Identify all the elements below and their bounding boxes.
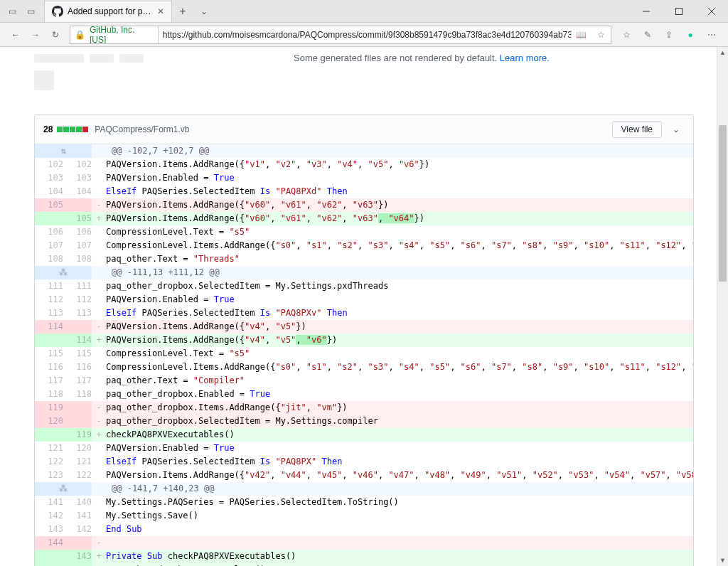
diff-line-add: 114+ PAQVersion.Items.AddRange({"v4", "v…: [35, 333, 693, 347]
expand-icon[interactable]: ⇅: [35, 144, 92, 158]
tab-overflow-icon[interactable]: ⌄: [193, 6, 215, 16]
diff-file: 28 PAQCompress/Form1.vb View file ⌄ ⇅ @@…: [34, 114, 694, 566]
tab-strip: ▭ ▭ Added support for paq8 ✕ + ⌄: [0, 1, 215, 22]
diff-line: 116116 CompressionLevel.Items.AddRange({…: [35, 361, 693, 374]
browser-titlebar: ▭ ▭ Added support for paq8 ✕ + ⌄: [0, 0, 728, 23]
hunk-header: ⁂ @@ -141,7 +140,23 @@: [35, 482, 693, 496]
diffstat-icon: [57, 127, 89, 132]
favorite-star-icon[interactable]: ☆: [591, 30, 611, 40]
change-count: 28: [43, 124, 53, 134]
hunk-header: ⁂ @@ -111,13 +111,12 @@: [35, 266, 693, 279]
file-options-icon[interactable]: ⌄: [668, 124, 685, 134]
window-maximize-button[interactable]: [663, 0, 695, 23]
diff-line-del: 105- PAQVersion.Items.AddRange({"v60", "…: [35, 198, 693, 212]
diff-line: 123122 PAQVersion.Items.AddRange({"v42",…: [35, 469, 693, 482]
lock-icon: 🔒: [70, 30, 90, 40]
diff-line-add: 105+ PAQVersion.Items.AddRange({"v60", "…: [35, 212, 693, 225]
hunk-header: ⇅ @@ -102,7 +102,7 @@: [35, 144, 693, 158]
learn-more-link[interactable]: Learn more.: [500, 53, 550, 63]
diff-line-add: 144+ paq_other_dropbox.Items.Clear(): [35, 563, 693, 566]
more-icon[interactable]: ⋯: [701, 25, 722, 45]
diff-line: 107107 CompressionLevel.Items.AddRange({…: [35, 239, 693, 252]
diff-line: 108108 paq_other.Text = "Threads": [35, 252, 693, 266]
diff-line-del: 144-: [35, 536, 693, 550]
window-minimize-button[interactable]: [630, 0, 663, 23]
diff-line: 112112 PAQVersion.Enabled = True: [35, 293, 693, 306]
diff-line: 121120 PAQVersion.Enabled = True: [35, 442, 693, 455]
scroll-down-arrow-icon[interactable]: ▼: [717, 555, 728, 566]
diff-line: 104104 ElseIf PAQSeries.SelectedItem Is …: [35, 185, 693, 198]
diff-line: 118118 paq_other_dropbox.Enabled = True: [35, 388, 693, 401]
notes-icon[interactable]: ✎: [637, 25, 658, 45]
diff-line-del: 114- PAQVersion.Items.AddRange({"v4", "v…: [35, 320, 693, 333]
diff-line: 141140 My.Settings.PAQSeries = PAQSeries…: [35, 496, 693, 509]
diff-table: ⇅ @@ -102,7 +102,7 @@ 102102 PAQVersion.…: [35, 144, 693, 566]
avatar-skeleton: [34, 70, 54, 90]
diff-line: 142141 My.Settings.Save(): [35, 509, 693, 523]
diff-line-add: 143+ Private Sub checkPAQ8PXVExecutables…: [35, 550, 693, 563]
file-header: 28 PAQCompress/Form1.vb View file ⌄: [35, 115, 693, 144]
file-path[interactable]: PAQCompress/Form1.vb: [95, 124, 189, 134]
expand-icon[interactable]: ⁂: [35, 266, 92, 279]
diff-line: 111111 paq_other_dropbox.SelectedItem = …: [35, 279, 693, 293]
notice-row: Some generated files are not rendered by…: [34, 47, 694, 68]
window-close-button[interactable]: [695, 0, 728, 23]
window-controls: [630, 0, 728, 23]
diff-line: 113113 ElseIf PAQSeries.SelectedItem Is …: [35, 306, 693, 320]
expand-icon[interactable]: ⁂: [35, 482, 92, 496]
diff-line: 115115 CompressionLevel.Text = "s5": [35, 347, 693, 361]
github-favicon-icon: [52, 6, 63, 17]
diff-line: 102102 PAQVersion.Items.AddRange({"v1", …: [35, 158, 693, 171]
tab-group-icon-2[interactable]: ▭: [22, 3, 39, 20]
grammarly-icon[interactable]: ●: [680, 25, 701, 45]
diff-line: 103103 PAQVersion.Enabled = True: [35, 171, 693, 185]
favorites-icon[interactable]: ☆: [616, 25, 637, 45]
new-tab-button[interactable]: +: [172, 5, 193, 18]
back-button[interactable]: ←: [6, 25, 26, 45]
tab-title: Added support for paq8: [68, 6, 153, 16]
scroll-up-arrow-icon[interactable]: ▲: [717, 47, 728, 58]
scrollbar-thumb[interactable]: [719, 125, 727, 282]
url-owner: GitHub, Inc. [US]: [90, 26, 159, 44]
vertical-scrollbar[interactable]: ▲ ▼: [717, 47, 728, 566]
svg-rect-1: [676, 8, 682, 14]
diff-line: 106106 CompressionLevel.Text = "s5": [35, 225, 693, 239]
browser-toolbar: ← → ↻ 🔒 GitHub, Inc. [US] https://github…: [0, 23, 728, 47]
share-icon[interactable]: ⇪: [658, 25, 680, 45]
notice-text: Some generated files are not rendered by…: [294, 53, 550, 63]
tab-group-icon-1[interactable]: ▭: [4, 3, 21, 20]
view-file-button[interactable]: View file: [612, 121, 662, 138]
address-bar[interactable]: 🔒 GitHub, Inc. [US] https://github.com/m…: [70, 26, 611, 44]
diff-line-add: 119+ checkPAQ8PXVExecutables(): [35, 428, 693, 442]
diff-line-del: 120- paq_other_dropbox.SelectedItem = My…: [35, 415, 693, 428]
page-content: Some generated files are not rendered by…: [0, 47, 728, 566]
diff-line: 122121 ElseIf PAQSeries.SelectedItem Is …: [35, 455, 693, 469]
browser-tab[interactable]: Added support for paq8 ✕: [44, 1, 172, 22]
refresh-button[interactable]: ↻: [46, 25, 65, 45]
forward-button[interactable]: →: [26, 25, 46, 45]
diff-line: 117117 paq_other.Text = "Compiler": [35, 374, 693, 388]
reading-view-icon[interactable]: 📖: [571, 30, 591, 40]
tab-close-icon[interactable]: ✕: [157, 6, 164, 16]
url-text: https://github.com/moisesmcardona/PAQCom…: [159, 30, 571, 40]
diff-line: 143142 End Sub: [35, 523, 693, 536]
diff-line-del: 119- paq_other_dropbox.Items.AddRange({"…: [35, 401, 693, 415]
